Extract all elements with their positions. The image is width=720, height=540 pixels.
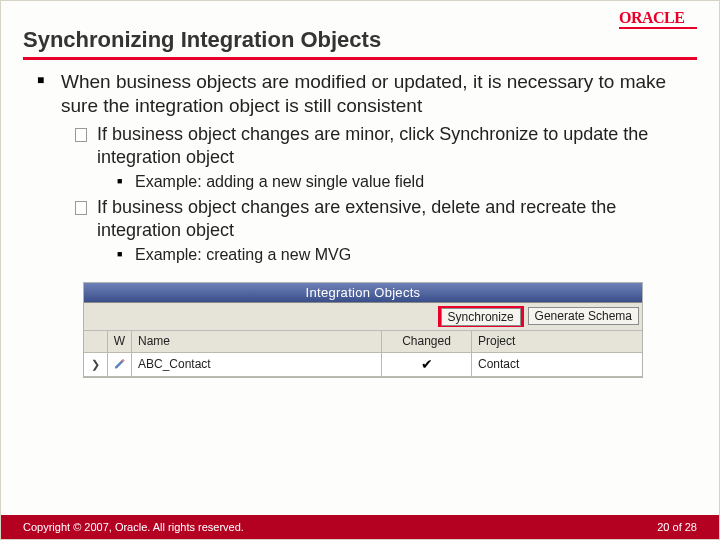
bullet-main-text: When business objects are modified or up… [61,71,666,116]
bullet-example-extensive: Example: creating a new MVG [117,244,691,266]
col-name: Name [132,331,382,352]
col-selector [84,331,108,352]
synchronize-highlight: Synchronize [438,306,524,327]
col-project: Project [472,331,642,352]
checkmark-icon: ✔ [421,356,433,372]
footer-page-number: 20 of 28 [657,521,697,533]
row-indicator-icon: ❯ [84,353,108,376]
cell-project: Contact [472,353,642,376]
table-row[interactable]: ❯ ABC_Contact ✔ Contact [84,353,642,377]
col-w: W [108,331,132,352]
bullet-sub-extensive: If business object changes are extensive… [75,196,691,266]
slide-footer: Copyright © 2007, Oracle. All rights res… [1,515,719,539]
generate-schema-button[interactable]: Generate Schema [528,307,639,325]
footer-copyright: Copyright © 2007, Oracle. All rights res… [23,521,244,533]
cell-changed: ✔ [382,353,472,376]
slide-content: When business objects are modified or up… [1,70,719,378]
table-header-row: W Name Changed Project [84,331,642,353]
integration-objects-toolbar: Synchronize Generate Schema [84,303,642,331]
cell-name: ABC_Contact [132,353,382,376]
bullet-sub-minor: If business object changes are minor, cl… [75,123,691,193]
col-changed: Changed [382,331,472,352]
slide-header: ORACLE Synchronizing Integration Objects [1,1,719,53]
edit-pencil-icon[interactable] [108,353,132,376]
oracle-logo-text: ORACLE [619,9,684,26]
oracle-logo-underline [619,27,697,29]
integration-objects-title: Integration Objects [84,283,642,303]
oracle-logo: ORACLE [619,9,697,29]
slide-title: Synchronizing Integration Objects [23,27,697,53]
bullet-sub-minor-text: If business object changes are minor, cl… [97,124,648,167]
title-divider [23,57,697,60]
synchronize-button[interactable]: Synchronize [441,308,521,326]
bullet-main: When business objects are modified or up… [37,70,691,266]
integration-objects-panel: Integration Objects Synchronize Generate… [83,282,643,378]
bullet-example-minor: Example: adding a new single value field [117,171,691,193]
bullet-sub-extensive-text: If business object changes are extensive… [97,197,616,240]
